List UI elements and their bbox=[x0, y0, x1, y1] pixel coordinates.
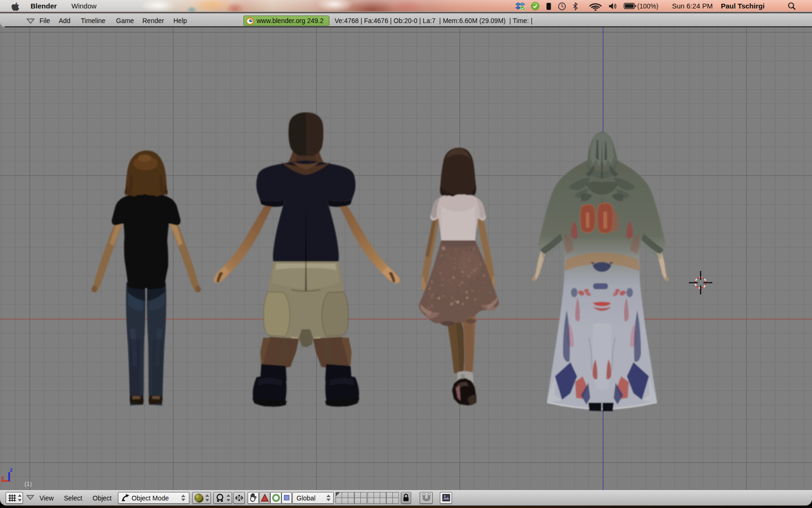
svg-text:(1): (1) bbox=[24, 480, 32, 487]
svg-text:x: x bbox=[1, 475, 4, 481]
svg-text:z: z bbox=[10, 467, 13, 473]
